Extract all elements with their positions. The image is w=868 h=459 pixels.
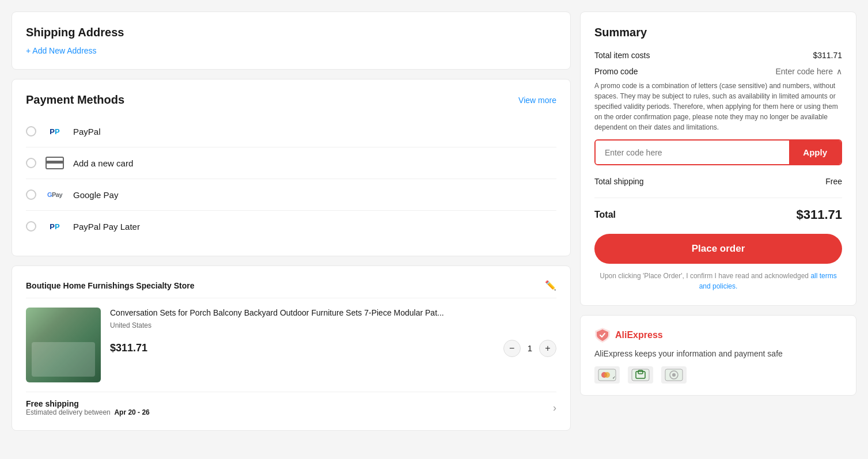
safety-text: AliExpress keeps your information and pa… xyxy=(594,349,842,358)
security-badge-1: ✓ xyxy=(594,366,620,384)
summary-card: Summary Total item costs $311.71 Promo c… xyxy=(580,12,856,306)
add-address-link[interactable]: + Add New Address xyxy=(26,46,556,55)
payment-option-paylater[interactable]: PP PayPal Pay Later xyxy=(26,211,556,242)
radio-paypal[interactable] xyxy=(26,126,36,136)
total-shipping-label: Total shipping xyxy=(594,177,644,186)
store-header: Boutique Home Furnishings Specialty Stor… xyxy=(26,280,556,298)
total-value: $311.71 xyxy=(796,207,842,222)
apply-button[interactable]: Apply xyxy=(789,141,841,164)
promo-code-row: Promo code Enter code here ∧ xyxy=(594,67,842,76)
promo-description: A promo code is a combination of letters… xyxy=(594,81,842,132)
quantity-increase-button[interactable]: + xyxy=(539,340,556,357)
aliexpress-logo: AliExpress xyxy=(615,330,663,340)
free-shipping-label: Free shipping xyxy=(26,399,150,408)
paylater-label: PayPal Pay Later xyxy=(73,222,140,232)
paypal-label: PayPal xyxy=(73,127,101,136)
googlepay-label: Google Pay xyxy=(73,190,118,200)
shipping-info: Free shipping Estimated delivery between… xyxy=(26,392,556,416)
product-row: Conversation Sets for Porch Balcony Back… xyxy=(26,308,556,382)
place-order-button[interactable]: Place order xyxy=(594,234,842,264)
total-items-row: Total item costs $311.71 xyxy=(594,51,842,60)
total-shipping-row: Total shipping Free xyxy=(594,175,842,188)
promo-code-input[interactable] xyxy=(596,141,789,164)
shipping-address-section: Shipping Address + Add New Address xyxy=(12,12,571,70)
delivery-estimate: Estimated delivery between Apr 20 - 26 xyxy=(26,408,150,416)
promo-code-label: Promo code xyxy=(594,67,638,76)
radio-googlepay[interactable] xyxy=(26,189,36,200)
edit-icon[interactable]: ✏️ xyxy=(545,280,556,291)
product-image xyxy=(26,308,101,382)
product-info: Conversation Sets for Porch Balcony Back… xyxy=(110,308,556,357)
store-name: Boutique Home Furnishings Specialty Stor… xyxy=(26,281,194,290)
payment-header: Payment Methods View more xyxy=(26,93,556,107)
delivery-dates: Apr 20 - 26 xyxy=(114,408,149,416)
svg-point-9 xyxy=(672,373,676,377)
radio-paylater[interactable] xyxy=(26,221,36,232)
security-badge-3 xyxy=(661,366,687,384)
safety-badges: ✓ xyxy=(594,366,842,384)
product-title: Conversation Sets for Porch Balcony Back… xyxy=(110,308,556,319)
store-product-section: Boutique Home Furnishings Specialty Stor… xyxy=(12,265,571,431)
summary-title: Summary xyxy=(594,26,842,39)
total-shipping-value: Free xyxy=(825,177,842,186)
total-label: Total xyxy=(594,210,616,220)
payment-methods-section: Payment Methods View more PP PayPal Add … xyxy=(12,79,571,256)
aliexpress-safety-card: AliExpress AliExpress keeps your informa… xyxy=(580,315,856,396)
total-items-value: $311.71 xyxy=(813,51,842,60)
security-badge-2 xyxy=(628,366,653,384)
promo-expand-button[interactable]: Enter code here ∧ xyxy=(775,67,842,76)
paypal-icon: PP xyxy=(43,124,66,139)
card-icon xyxy=(43,155,66,170)
payment-option-googlepay[interactable]: GPay Google Pay xyxy=(26,179,556,211)
view-more-link[interactable]: View more xyxy=(518,96,556,105)
promo-expand-text: Enter code here xyxy=(775,67,833,76)
product-price: $311.71 xyxy=(110,342,147,354)
payment-option-paypal[interactable]: PP PayPal xyxy=(26,116,556,147)
total-items-label: Total item costs xyxy=(594,51,650,60)
quantity-decrease-button[interactable]: − xyxy=(503,340,521,357)
gpay-icon: GPay xyxy=(43,187,66,202)
terms-text: Upon clicking 'Place Order', I confirm I… xyxy=(594,271,842,291)
shipping-title: Shipping Address xyxy=(26,26,556,39)
aliexpress-shield-icon xyxy=(594,327,611,343)
right-column: Summary Total item costs $311.71 Promo c… xyxy=(580,12,856,447)
paylater-icon: PP xyxy=(43,219,66,234)
safety-header: AliExpress xyxy=(594,327,842,343)
payment-option-card[interactable]: Add a new card xyxy=(26,147,556,179)
chevron-right-icon[interactable]: › xyxy=(553,402,556,414)
radio-card[interactable] xyxy=(26,158,36,168)
payment-title: Payment Methods xyxy=(26,93,124,107)
quantity-controls: − 1 + xyxy=(503,340,556,357)
chevron-up-icon: ∧ xyxy=(836,67,842,76)
total-row: Total $311.71 xyxy=(594,207,842,222)
product-price-qty-row: $311.71 − 1 + xyxy=(110,335,556,357)
svg-point-2 xyxy=(604,372,610,378)
svg-text:✓: ✓ xyxy=(612,375,616,380)
quantity-value: 1 xyxy=(528,343,532,353)
svg-rect-4 xyxy=(632,369,649,381)
product-origin: United States xyxy=(110,321,556,329)
summary-divider xyxy=(594,198,842,198)
promo-input-container: Apply xyxy=(594,139,842,165)
card-label: Add a new card xyxy=(73,158,133,168)
